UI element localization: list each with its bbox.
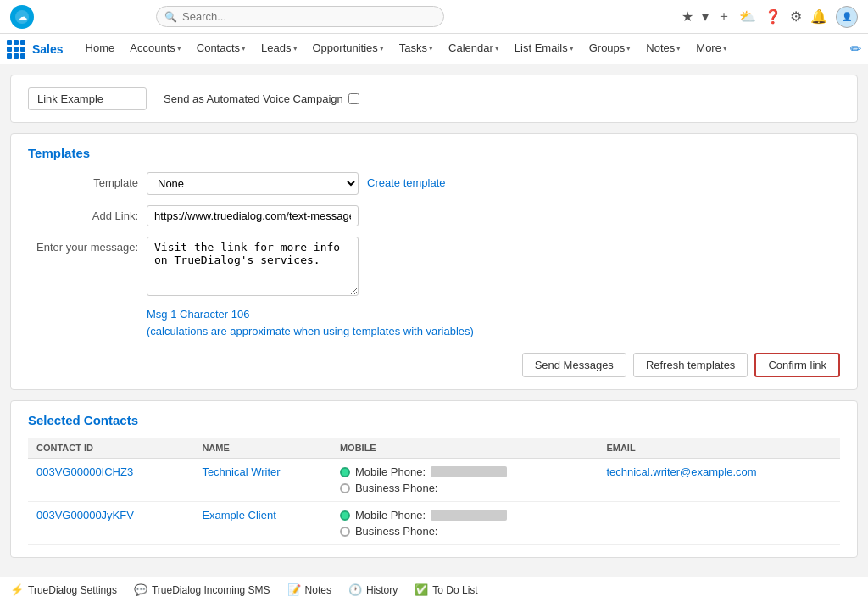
col-email: EMAIL bbox=[598, 438, 840, 459]
nav-label-opportunities: Opportunities bbox=[313, 42, 378, 54]
contact-name-link-2[interactable]: Example Client bbox=[202, 509, 275, 521]
contact-id-link-1[interactable]: 003VG00000ICHZ3 bbox=[36, 465, 133, 478]
nav-item-list-emails[interactable]: List Emails ▾ bbox=[508, 34, 581, 64]
contact-id-cell: 003VG00000JyKFV bbox=[28, 502, 193, 545]
top-bar-actions: ★ ▾ ＋ ⛅ ❓ ⚙ 🔔 👤 bbox=[682, 6, 858, 28]
templates-title: Templates bbox=[28, 146, 840, 160]
nav-label-accounts: Accounts bbox=[130, 42, 175, 54]
confirm-link-button[interactable]: Confirm link bbox=[754, 353, 840, 377]
svg-text:☁: ☁ bbox=[18, 12, 27, 22]
dropdown-icon[interactable]: ▾ bbox=[702, 8, 709, 25]
message-textarea[interactable]: Visit the link for more info on TrueDial… bbox=[147, 237, 359, 296]
nav-label-more: More bbox=[696, 42, 721, 54]
templates-card: Templates Template None Template 1 Templ… bbox=[10, 133, 858, 390]
char-count-line1: Msg 1 Character 106 bbox=[147, 306, 840, 323]
star-icon[interactable]: ★ bbox=[682, 8, 693, 25]
contact-email-link-1[interactable]: technical.writer@example.com bbox=[606, 465, 756, 478]
help-icon[interactable]: ❓ bbox=[765, 8, 782, 25]
mobile-radio-1[interactable] bbox=[340, 467, 350, 477]
search-input[interactable] bbox=[156, 6, 444, 27]
nav-label-tasks: Tasks bbox=[399, 42, 427, 54]
nav-item-accounts[interactable]: Accounts ▾ bbox=[123, 34, 187, 64]
business-phone-label-1: Business Phone: bbox=[355, 482, 438, 494]
business-radio-2[interactable] bbox=[340, 527, 350, 537]
mobile-phone-row-1: Mobile Phone: bbox=[340, 465, 589, 478]
contact-id-cell: 003VG00000ICHZ3 bbox=[28, 459, 193, 502]
contact-name-cell: Technical Writer bbox=[193, 459, 331, 502]
avatar[interactable]: 👤 bbox=[836, 6, 858, 28]
plus-icon[interactable]: ＋ bbox=[717, 8, 731, 25]
nav-item-contacts[interactable]: Contacts ▾ bbox=[190, 34, 253, 64]
template-label: Template bbox=[28, 172, 138, 189]
nav-label-calendar: Calendar bbox=[448, 42, 493, 54]
nav-label-notes: Notes bbox=[646, 42, 675, 54]
bottom-bar: ⚡ TrueDialog Settings 💬 TrueDialog Incom… bbox=[0, 577, 868, 578]
link-example-card: Send as Automated Voice Campaign bbox=[10, 75, 858, 123]
table-header-row: CONTACT ID NAME MOBILE EMAIL bbox=[28, 438, 840, 459]
col-mobile: MOBILE bbox=[331, 438, 598, 459]
nav-item-calendar[interactable]: Calendar ▾ bbox=[442, 34, 506, 64]
selected-contacts-card: Selected Contacts CONTACT ID NAME MOBILE… bbox=[10, 400, 858, 558]
message-label: Enter your message: bbox=[28, 237, 138, 254]
nav-label-groups: Groups bbox=[589, 42, 626, 54]
mobile-cell-1: Mobile Phone: Business Phone: bbox=[340, 465, 589, 494]
buttons-row: Send Messages Refresh templates Confirm … bbox=[28, 353, 840, 377]
col-name: NAME bbox=[193, 438, 331, 459]
contact-name-link-1[interactable]: Technical Writer bbox=[202, 465, 280, 478]
cloud-icon[interactable]: ⛅ bbox=[739, 8, 756, 25]
add-link-label: Add Link: bbox=[28, 205, 138, 222]
app-name[interactable]: Sales bbox=[32, 42, 64, 56]
business-radio-1[interactable] bbox=[340, 483, 350, 493]
gear-icon[interactable]: ⚙ bbox=[790, 8, 802, 25]
char-count-info: Msg 1 Character 106 (calculations are ap… bbox=[147, 306, 840, 339]
col-contact-id: CONTACT ID bbox=[28, 438, 193, 459]
nav-item-home[interactable]: Home bbox=[79, 34, 122, 64]
salesforce-logo[interactable]: ☁ bbox=[10, 5, 34, 29]
nav-item-tasks[interactable]: Tasks ▾ bbox=[392, 34, 440, 64]
mobile-phone-value-1 bbox=[431, 466, 507, 477]
create-template-link[interactable]: Create template bbox=[367, 172, 446, 189]
chevron-down-icon: ▾ bbox=[626, 44, 631, 53]
nav-item-opportunities[interactable]: Opportunities ▾ bbox=[306, 34, 391, 64]
table-row: 003VG00000JyKFV Example Client Mobile Ph… bbox=[28, 502, 840, 545]
main-content: Send as Automated Voice Campaign Templat… bbox=[0, 64, 868, 578]
mobile-phone-label-2: Mobile Phone: bbox=[355, 509, 426, 521]
refresh-templates-button[interactable]: Refresh templates bbox=[633, 353, 748, 377]
nav-item-groups[interactable]: Groups ▾ bbox=[582, 34, 638, 64]
mobile-cell-2: Mobile Phone: Business Phone: bbox=[340, 509, 589, 538]
search-icon: 🔍 bbox=[164, 11, 177, 23]
mobile-radio-2[interactable] bbox=[340, 510, 350, 521]
contact-mobile-cell: Mobile Phone: Business Phone: bbox=[331, 459, 598, 502]
chevron-down-icon: ▾ bbox=[177, 44, 181, 53]
nav-item-notes[interactable]: Notes ▾ bbox=[639, 34, 687, 64]
add-link-row: Add Link: bbox=[28, 205, 840, 226]
template-row: Template None Template 1 Template 2 Crea… bbox=[28, 172, 840, 195]
send-messages-button[interactable]: Send Messages bbox=[522, 353, 626, 377]
add-link-input[interactable] bbox=[147, 205, 359, 226]
contact-email-cell: technical.writer@example.com bbox=[598, 459, 840, 502]
contact-name-cell: Example Client bbox=[193, 502, 331, 545]
nav-item-leads[interactable]: Leads ▾ bbox=[254, 34, 303, 64]
nav-item-more[interactable]: More ▾ bbox=[689, 34, 734, 64]
mobile-phone-row-2: Mobile Phone: bbox=[340, 509, 589, 521]
business-phone-row-1: Business Phone: bbox=[340, 482, 589, 494]
contacts-table: CONTACT ID NAME MOBILE EMAIL 003VG00000I… bbox=[28, 438, 840, 545]
chevron-down-icon: ▾ bbox=[429, 44, 433, 53]
chevron-down-icon: ▾ bbox=[293, 44, 298, 53]
bell-icon[interactable]: 🔔 bbox=[810, 8, 827, 25]
mobile-phone-label-1: Mobile Phone: bbox=[355, 465, 426, 478]
nav-label-contacts: Contacts bbox=[197, 42, 240, 54]
automated-voice-checkbox[interactable] bbox=[348, 93, 359, 104]
nav-label-home: Home bbox=[86, 42, 115, 54]
link-example-input[interactable] bbox=[28, 87, 147, 110]
edit-icon[interactable]: ✏ bbox=[850, 41, 861, 57]
chevron-down-icon: ▾ bbox=[242, 44, 246, 53]
chevron-down-icon: ▾ bbox=[723, 44, 727, 53]
app-grid-icon[interactable] bbox=[7, 40, 25, 59]
mobile-phone-value-2 bbox=[431, 510, 507, 521]
contact-id-link-2[interactable]: 003VG00000JyKFV bbox=[36, 509, 134, 521]
search-container: 🔍 bbox=[156, 6, 444, 27]
template-select[interactable]: None Template 1 Template 2 bbox=[147, 172, 359, 195]
nav-label-list-emails: List Emails bbox=[515, 42, 568, 54]
link-example-row: Send as Automated Voice Campaign bbox=[28, 87, 840, 110]
